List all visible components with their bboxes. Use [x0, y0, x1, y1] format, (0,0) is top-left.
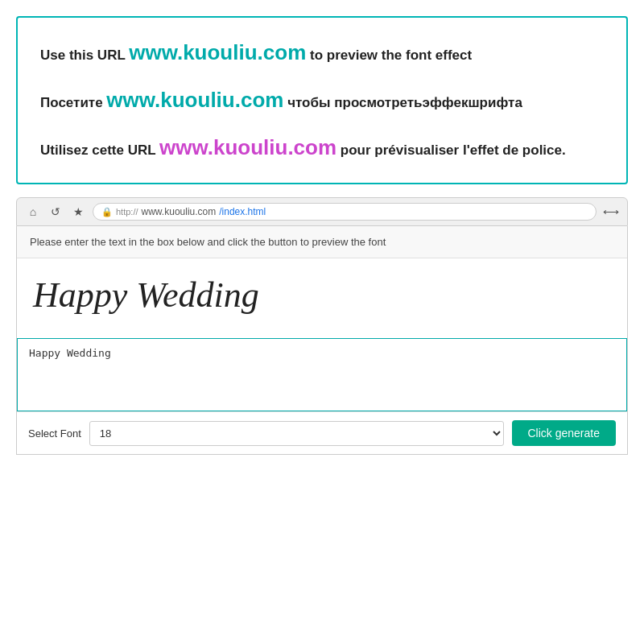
info-suffix-3: pour prévisualiser l'effet de police. — [336, 142, 566, 158]
bookmark-button[interactable]: ★ — [70, 204, 86, 220]
reload-button[interactable]: ⟷ — [603, 204, 619, 220]
info-suffix-1: to preview the font effect — [306, 47, 472, 63]
browser-chrome: ⌂ ↺ ★ 🔒 http://www.kuouliu.com/index.htm… — [16, 197, 628, 226]
url-highlight-1: www.kuouliu.com — [129, 40, 306, 64]
browser-content: Please enter the text in the box below a… — [16, 226, 628, 455]
url-http: http:// — [116, 207, 138, 217]
font-preview-area: Happy Wedding — [17, 258, 627, 339]
info-box: Use this URL www.kuouliu.com to preview … — [16, 16, 628, 184]
generate-button[interactable]: Click generate — [512, 420, 617, 446]
select-font-label: Select Font — [28, 427, 81, 440]
notice-text: Please enter the text in the box below a… — [30, 236, 386, 248]
info-prefix-3: Utilisez cette URL — [40, 142, 159, 158]
url-highlight-2: www.kuouliu.com — [106, 88, 283, 112]
info-line-english: Use this URL www.kuouliu.com to preview … — [40, 37, 604, 68]
url-highlight-3: www.kuouliu.com — [159, 135, 336, 159]
notice-bar: Please enter the text in the box below a… — [17, 226, 627, 258]
url-path: /index.html — [219, 206, 266, 217]
back-button[interactable]: ↺ — [47, 204, 64, 220]
home-button[interactable]: ⌂ — [25, 204, 41, 220]
info-prefix-2: Посетите — [40, 95, 106, 110]
url-bar[interactable]: 🔒 http://www.kuouliu.com/index.html — [93, 203, 597, 221]
font-textarea[interactable]: Happy Wedding — [17, 339, 627, 411]
font-size-select[interactable]: 12 14 16 18 20 24 28 32 36 48 72 — [89, 421, 504, 446]
info-suffix-2: чтобы просмотретьэффекшрифта — [283, 95, 522, 110]
info-line-french: Utilisez cette URL www.kuouliu.com pour … — [40, 132, 604, 163]
font-toolbar: Select Font 12 14 16 18 20 24 28 32 36 4… — [17, 411, 627, 454]
info-line-russian: Посетите www.kuouliu.com чтобы просмотре… — [40, 85, 604, 116]
url-domain: www.kuouliu.com — [142, 206, 217, 217]
info-prefix-1: Use this URL — [40, 47, 129, 63]
font-preview-text: Happy Wedding — [33, 275, 611, 316]
text-input-area: Happy Wedding — [17, 339, 627, 411]
url-scheme: 🔒 — [101, 207, 113, 217]
